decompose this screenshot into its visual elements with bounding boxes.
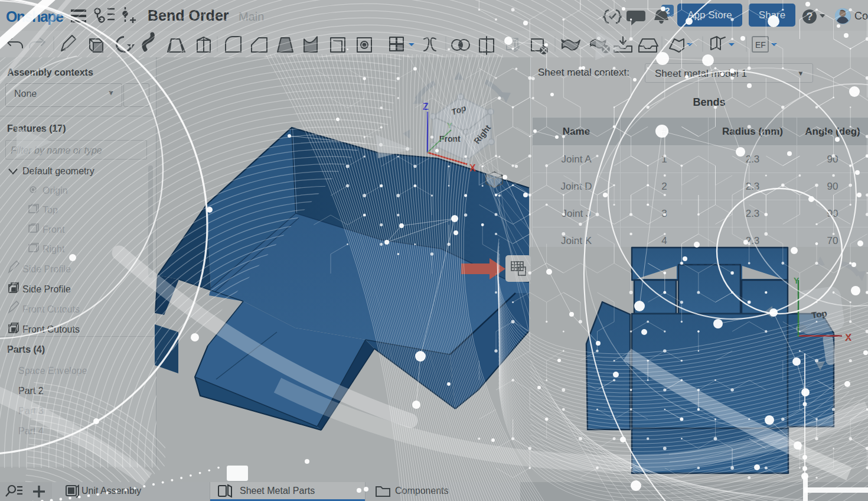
svg-text:Top: Top [450, 103, 467, 116]
svg-text:Right: Right [472, 123, 492, 145]
svg-text:Z: Z [423, 102, 429, 112]
svg-text:EF: EF [755, 40, 766, 50]
svg-text:Front: Front [439, 134, 461, 144]
svg-text:X: X [469, 163, 476, 173]
svg-text:Y: Y [447, 121, 452, 130]
